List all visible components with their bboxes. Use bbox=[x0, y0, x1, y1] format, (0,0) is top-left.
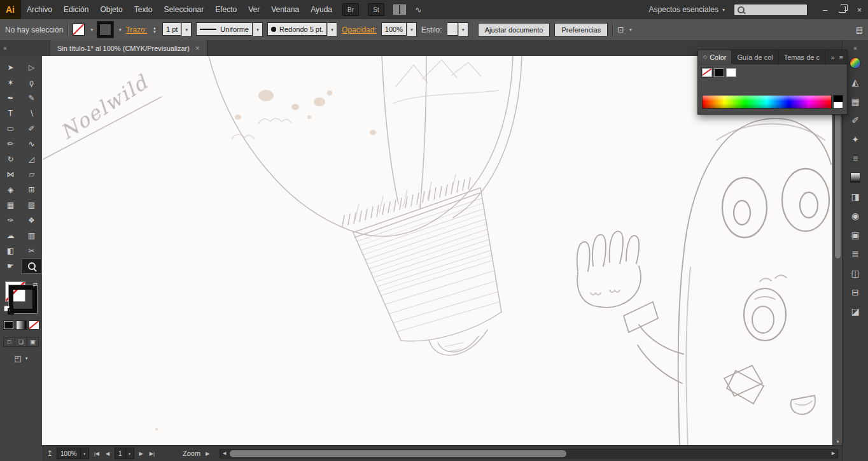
tool-free-transform[interactable]: ▱ bbox=[21, 167, 42, 182]
none-button[interactable] bbox=[29, 320, 39, 330]
panel-menu-icon[interactable]: ≡ bbox=[839, 53, 843, 61]
style-combo[interactable]: ▾ bbox=[447, 22, 468, 37]
zoom-level-field[interactable]: 100% bbox=[57, 448, 81, 459]
panel-icon-artboards[interactable]: ◫ bbox=[843, 264, 868, 283]
stroke-width-field[interactable]: 1 pt bbox=[162, 22, 181, 36]
tab-color-guide[interactable]: Guía de col bbox=[732, 50, 778, 64]
panel-icon-stroke[interactable]: ≡ bbox=[843, 149, 868, 168]
zoom-level-dropdown-icon[interactable]: ▾ bbox=[81, 448, 89, 459]
tool-shape-builder[interactable]: ◈ bbox=[0, 182, 21, 197]
tab-color[interactable]: ◇ Color bbox=[698, 50, 732, 64]
tool-zoom[interactable] bbox=[21, 259, 42, 274]
color-button[interactable] bbox=[3, 320, 14, 330]
panel-icon-graphic-styles[interactable]: ▣ bbox=[843, 225, 868, 245]
horizontal-scroll-track[interactable] bbox=[228, 450, 829, 458]
tool-width[interactable]: ⋈ bbox=[0, 167, 21, 182]
restore-button[interactable] bbox=[834, 0, 851, 19]
tool-pen[interactable]: ✒ bbox=[0, 90, 21, 106]
style-dropdown-icon[interactable]: ▾ bbox=[458, 22, 468, 37]
minimize-button[interactable]: – bbox=[816, 0, 834, 19]
scroll-left-icon[interactable]: ◀ bbox=[220, 451, 228, 456]
menu-archivo[interactable]: Archivo bbox=[21, 0, 58, 19]
menu-seleccionar[interactable]: Seleccionar bbox=[158, 0, 209, 19]
opacity-dropdown-icon[interactable]: ▾ bbox=[407, 22, 417, 37]
screen-mode-button[interactable]: ◰ bbox=[15, 354, 22, 363]
menu-ver[interactable]: Ver bbox=[242, 0, 265, 19]
fill-dropdown-icon[interactable]: ▾ bbox=[90, 27, 93, 32]
width-profile-field[interactable]: Uniforme bbox=[196, 22, 253, 36]
panel-icon-gradient[interactable] bbox=[843, 168, 868, 187]
opacity-combo[interactable]: 100% ▾ bbox=[381, 22, 417, 37]
zoom-level-combo[interactable]: 100% ▾ bbox=[57, 448, 89, 459]
draw-inside-button[interactable]: ▣ bbox=[27, 337, 38, 346]
control-panel-menu-icon[interactable]: ▤ bbox=[856, 25, 863, 34]
stroke-color-swatch[interactable] bbox=[97, 22, 113, 38]
spectrum-black-swatch[interactable] bbox=[834, 96, 843, 102]
libraries-dropdown-icon[interactable]: ▾ bbox=[629, 27, 632, 32]
tool-line-segment[interactable]: ∖ bbox=[21, 106, 42, 121]
tool-hand[interactable]: ☛ bbox=[0, 259, 21, 274]
panel-icon-transparency[interactable]: ◨ bbox=[843, 187, 868, 206]
search-box[interactable] bbox=[734, 4, 808, 16]
tool-artboard[interactable]: ◧ bbox=[0, 243, 21, 259]
tool-perspective-grid[interactable]: ⊞ bbox=[21, 182, 42, 197]
artboard-first-button[interactable]: |◀ bbox=[93, 451, 101, 457]
tool-symbol-sprayer[interactable]: ☁ bbox=[0, 228, 21, 243]
style-swatch[interactable] bbox=[447, 22, 458, 36]
opacity-panel-link[interactable]: Opacidad: bbox=[342, 25, 377, 34]
panel-icon-symbols[interactable]: ✦ bbox=[843, 130, 868, 149]
artboard-next-button[interactable]: ▶ bbox=[138, 451, 144, 457]
brush-definition-field[interactable]: Redondo 5 pt. bbox=[267, 22, 327, 36]
share-icon[interactable]: ∿ bbox=[415, 5, 422, 15]
gradient-button[interactable] bbox=[16, 320, 27, 330]
panel-icon-align[interactable]: ⊟ bbox=[843, 283, 868, 302]
menu-texto[interactable]: Texto bbox=[129, 0, 158, 19]
menu-objeto[interactable]: Objeto bbox=[94, 0, 128, 19]
stroke-width-combo[interactable]: 1 pt ▾ bbox=[162, 22, 192, 37]
artboard-number-combo[interactable]: 1 ▾ bbox=[115, 448, 134, 459]
swap-fill-stroke-icon[interactable]: ⇄ bbox=[32, 281, 38, 288]
vertical-scroll-track[interactable] bbox=[833, 64, 843, 437]
artboard-dropdown-icon[interactable]: ▾ bbox=[126, 448, 134, 459]
draw-behind-button[interactable]: ❏ bbox=[15, 337, 27, 346]
document-tab[interactable]: Sin título-1* al 100% (CMYK/Previsualiza… bbox=[50, 40, 207, 56]
brush-definition-combo[interactable]: Redondo 5 pt. ▾ bbox=[267, 22, 337, 37]
opacity-field[interactable]: 100% bbox=[381, 22, 407, 36]
preferences-button[interactable]: Preferencias bbox=[554, 23, 608, 37]
status-popup-icon[interactable]: ▶ bbox=[204, 451, 211, 457]
fit-document-button[interactable]: Ajustar documento bbox=[478, 23, 550, 37]
screen-mode-caret-icon[interactable]: ▾ bbox=[25, 356, 28, 361]
tool-paintbrush[interactable]: ✐ bbox=[21, 121, 42, 136]
tool-column-graph[interactable]: ▥ bbox=[21, 228, 42, 243]
tool-slice[interactable]: ✂ bbox=[21, 243, 42, 259]
tool-lasso[interactable]: ϙ bbox=[21, 75, 42, 90]
tool-gradient[interactable]: ▧ bbox=[21, 197, 42, 213]
white-swatch[interactable] bbox=[726, 68, 736, 77]
tool-type[interactable]: T bbox=[0, 106, 21, 121]
arrange-documents-icon[interactable] bbox=[393, 4, 406, 15]
scroll-right-icon[interactable]: ▶ bbox=[829, 451, 837, 456]
stroke-panel-link[interactable]: Trazo: bbox=[125, 25, 147, 34]
export-icon[interactable]: ↥ bbox=[46, 449, 53, 458]
expand-dock-icon[interactable]: « bbox=[853, 42, 857, 53]
horizontal-scroll-thumb[interactable] bbox=[230, 450, 566, 457]
horizontal-scrollbar[interactable]: ◀ ▶ bbox=[220, 449, 838, 458]
none-swatch[interactable] bbox=[702, 68, 712, 77]
panel-icon-layers[interactable]: ≣ bbox=[843, 245, 868, 264]
panel-icon-pathfinder[interactable]: ◪ bbox=[843, 302, 868, 321]
tab-color-themes[interactable]: Temas de c bbox=[779, 50, 825, 64]
artboard-number-field[interactable]: 1 bbox=[115, 448, 126, 459]
tool-rectangle[interactable]: ▭ bbox=[0, 121, 21, 136]
width-profile-dropdown-icon[interactable]: ▾ bbox=[253, 22, 263, 37]
close-button[interactable]: × bbox=[851, 0, 868, 19]
tool-direct-selection[interactable]: ▷ bbox=[21, 60, 42, 75]
panel-collapse-icon[interactable]: » bbox=[830, 53, 834, 61]
color-spectrum-bar[interactable] bbox=[702, 95, 832, 109]
tool-mesh[interactable]: ▦ bbox=[0, 197, 21, 213]
menu-ventana[interactable]: Ventana bbox=[265, 0, 305, 19]
tool-curvature[interactable]: ✎ bbox=[21, 90, 42, 106]
tool-pencil[interactable]: ✏ bbox=[0, 136, 21, 152]
artboard-last-button[interactable]: ▶| bbox=[148, 451, 156, 457]
spectrum-bw-swatches[interactable] bbox=[833, 95, 843, 109]
fill-color-swatch[interactable] bbox=[73, 24, 85, 36]
